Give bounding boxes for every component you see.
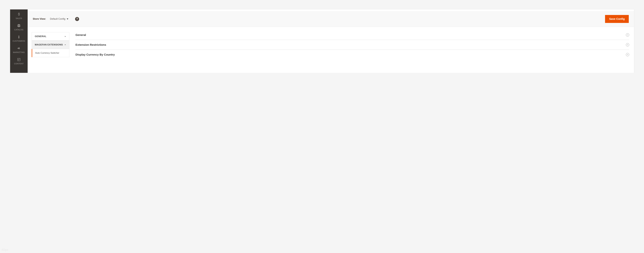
store-view-value: Default Config	[50, 18, 65, 20]
section-general[interactable]: General	[76, 32, 629, 40]
config-sidebar: GENERAL MAGEFAN EXTENSIONS Auto Currency…	[32, 32, 70, 73]
nav-marketing[interactable]: MARKETING	[10, 46, 28, 53]
nav-catalog[interactable]: CATALOG	[10, 24, 28, 31]
nav-label: CONTENT	[14, 63, 24, 65]
config-group-label: GENERAL	[35, 35, 46, 38]
section-title: Display Currency By Country	[76, 53, 115, 56]
store-view-label: Store View:	[33, 18, 46, 20]
config-item-auto-currency-switcher[interactable]: Auto Currency Switcher	[32, 49, 70, 57]
section-title: Extension Restrictions	[76, 43, 106, 46]
config-group-general[interactable]: GENERAL	[32, 32, 70, 41]
caret-down-icon	[67, 19, 68, 20]
expand-icon	[626, 33, 629, 37]
config-group-magefan-extensions[interactable]: MAGEFAN EXTENSIONS	[32, 41, 70, 49]
nav-label: CATALOG	[14, 29, 24, 31]
scope-toolbar: Store View: Default Config ? Save Config	[28, 11, 634, 27]
main-area: Store View: Default Config ? Save Config…	[28, 10, 634, 73]
help-icon[interactable]: ?	[75, 17, 79, 21]
expand-icon	[626, 53, 629, 56]
svg-rect-1	[18, 58, 20, 61]
chevron-down-icon	[64, 35, 66, 38]
nav-sales[interactable]: SALES	[10, 12, 28, 20]
nav-label: MARKETING	[13, 51, 25, 53]
nav-label: SALES	[16, 17, 22, 20]
svg-point-0	[18, 36, 20, 37]
config-group-label: MAGEFAN EXTENSIONS	[35, 44, 63, 46]
store-view-select[interactable]: Default Config	[50, 18, 68, 20]
box-icon	[17, 24, 21, 28]
admin-leftnav: SALES CATALOG CUSTOMERS MARKETING CONTEN…	[10, 10, 28, 73]
expand-icon	[626, 43, 629, 46]
person-icon	[17, 35, 21, 39]
section-extension-restrictions[interactable]: Extension Restrictions	[76, 40, 629, 50]
megaphone-icon	[17, 46, 21, 51]
dollar-icon	[17, 12, 21, 17]
chevron-up-icon	[64, 44, 66, 46]
section-title: General	[76, 33, 86, 37]
config-body: GENERAL MAGEFAN EXTENSIONS Auto Currency…	[28, 27, 634, 73]
nav-customers[interactable]: CUSTOMERS	[10, 35, 28, 42]
nav-label: CUSTOMERS	[12, 40, 25, 42]
nav-content[interactable]: CONTENT	[10, 58, 28, 65]
app-shell: SALES CATALOG CUSTOMERS MARKETING CONTEN…	[10, 10, 634, 73]
section-display-currency-by-country[interactable]: Display Currency By Country	[76, 50, 629, 60]
save-config-button[interactable]: Save Config	[605, 15, 629, 23]
config-sections: General Extension Restrictions Display C…	[70, 29, 634, 73]
layout-icon	[17, 58, 21, 62]
